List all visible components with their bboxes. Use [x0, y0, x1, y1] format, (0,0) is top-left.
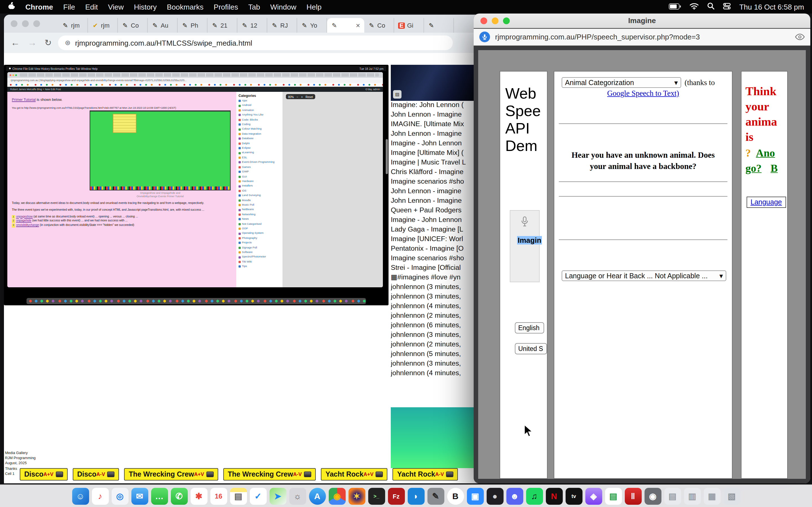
song-item[interactable]: John Lennon - Imagine	[391, 196, 476, 206]
dock-icon[interactable]: ♫	[526, 488, 543, 504]
dock-icon[interactable]: ▥	[684, 488, 701, 504]
category-item[interactable]: Games	[239, 165, 280, 170]
scrollbar-thumb[interactable]	[386, 139, 388, 174]
another-go-link[interactable]: Ano	[756, 147, 775, 159]
eye-icon[interactable]	[795, 33, 805, 41]
browser-tab[interactable]: ✎ rjm	[58, 18, 88, 33]
dock-icon[interactable]: ✎	[427, 488, 444, 504]
browser-tab[interactable]: ✎ Ph	[177, 18, 207, 33]
menu-item[interactable]: Profiles	[214, 3, 238, 11]
tab-close-icon[interactable]: ✕	[356, 22, 360, 29]
category-item[interactable]: Installers	[239, 184, 280, 189]
dock-icon[interactable]: ☼	[289, 488, 306, 504]
dock-icon[interactable]: N	[546, 488, 562, 504]
menu-item[interactable]: Window	[270, 3, 297, 11]
category-item[interactable]: Animation	[239, 108, 280, 113]
dock-icon[interactable]: ●	[486, 488, 503, 504]
song-item[interactable]: johnlennon (2 minutes,	[391, 340, 476, 349]
song-item[interactable]: johnlennon (3 minutes,	[391, 330, 476, 340]
zoom-out-button[interactable]: −	[297, 95, 298, 98]
country-button[interactable]: United S	[515, 343, 547, 354]
song-item[interactable]: Imagine | Music Travel L	[391, 158, 476, 167]
browser-tab[interactable]: ✔ rjm	[88, 18, 118, 33]
media-gallery-button[interactable]: Yacht RockA-V	[393, 468, 458, 481]
category-item[interactable]: Networking	[239, 212, 280, 217]
category-item[interactable]: ESL	[239, 156, 280, 160]
category-item[interactable]: Coding	[239, 122, 280, 127]
song-item[interactable]: Queen + Paul Rodgers	[391, 206, 476, 215]
dock-icon[interactable]: ✓	[250, 488, 266, 504]
google-speech-link[interactable]: Google Speech to Text)	[607, 89, 679, 98]
menu-item[interactable]: Bookmarks	[167, 3, 204, 11]
language-button[interactable]: Language	[747, 196, 786, 208]
search-icon[interactable]	[707, 2, 714, 11]
song-item[interactable]: johnlennon (2 minutes,	[391, 311, 476, 321]
dock-icon[interactable]: ✆	[170, 488, 188, 504]
dock-icon[interactable]: ▤	[664, 488, 681, 504]
dock-icon[interactable]: ‖	[624, 488, 642, 504]
event-link[interactable]: onpageshow	[16, 214, 33, 218]
song-item[interactable]: John Lennon - Imagine	[391, 110, 476, 119]
address-bar[interactable]: ⊛ rjmprogramming.com.au/HTMLCSS/swipe_me…	[58, 36, 453, 50]
dock-icon[interactable]: ◉	[644, 488, 661, 504]
control-center-icon[interactable]	[723, 3, 731, 11]
media-gallery-button[interactable]: DiscoA+V	[20, 468, 68, 481]
zoom-button[interactable]	[33, 20, 40, 27]
zoom-reset-button[interactable]: Reset	[306, 95, 313, 98]
song-item[interactable]: johnlennon (5 minutes,	[391, 349, 476, 359]
song-item[interactable]: John Lennon - Imagine	[391, 129, 476, 138]
song-item[interactable]: Imagine - John Lennon	[391, 215, 476, 225]
menu-clock[interactable]: Thu 16 Oct 6:58 pm	[739, 3, 804, 11]
media-gallery-button[interactable]: The Wrecking CrewA+V	[124, 468, 218, 481]
back-link[interactable]: B	[770, 162, 777, 174]
song-item[interactable]: Chris Kläfford - Imagine	[391, 167, 476, 177]
dock-icon[interactable]: ◎	[111, 488, 128, 504]
category-item[interactable]: Code: Blocks	[239, 117, 280, 122]
dock-icon[interactable]: ◉	[328, 488, 345, 504]
mic-icon[interactable]	[479, 32, 490, 42]
event-link[interactable]: onpagehide	[16, 219, 31, 222]
category-item[interactable]: NetBeans	[239, 208, 280, 212]
speech-box[interactable]	[510, 210, 540, 282]
browser-tab[interactable]: ✎ Co	[118, 18, 148, 33]
song-item[interactable]: johnlennon (6 minutes,	[391, 321, 476, 330]
category-item[interactable]: Land Surveying	[239, 193, 280, 198]
dock-icon[interactable]: …	[151, 488, 168, 504]
category-item[interactable]: eLearning	[239, 151, 280, 156]
media-gallery-button[interactable]: Yacht RockA+V	[321, 468, 388, 481]
forward-icon[interactable]: →	[28, 38, 37, 48]
browser-tab[interactable]: ✎ Yo	[297, 18, 327, 33]
category-item[interactable]: Photography	[239, 236, 280, 241]
song-item[interactable]: Strei - Imagine [Official	[391, 263, 476, 273]
dock-icon[interactable]: ▤	[230, 488, 247, 504]
embedded-screenshot[interactable]: Chrome File Edit View History Bookmarks …	[4, 65, 389, 305]
dock-icon[interactable]: ◗	[407, 488, 424, 504]
media-gallery-button[interactable]: DiscoA-V	[73, 468, 119, 481]
dock-icon[interactable]: ▣	[467, 488, 484, 504]
wifi-icon[interactable]	[690, 3, 699, 11]
category-item[interactable]: Tiki Wiki	[239, 260, 280, 265]
zoom-overlay[interactable]: 80% − + Reset	[286, 94, 315, 99]
category-select[interactable]: Animal Categorization ▾	[562, 77, 681, 88]
category-item[interactable]: Android	[239, 103, 280, 108]
category-item[interactable]: Ajax	[239, 99, 280, 103]
app-menu-title[interactable]: Chrome	[26, 3, 53, 11]
browser-tab-active[interactable]: ✎ ✕	[327, 18, 364, 33]
menu-item[interactable]: Edit	[85, 3, 98, 11]
category-item[interactable]: Anything You Like	[239, 113, 280, 117]
browser-tab[interactable]: ✎ Au	[148, 18, 177, 33]
language-select[interactable]: Language or Hear it Back ... Not Applica…	[562, 270, 726, 281]
category-item[interactable]: Operating System	[239, 231, 280, 236]
dock-icon[interactable]: B	[447, 488, 464, 504]
browser-tab[interactable]: ✎ 21	[207, 18, 238, 33]
category-item[interactable]: Event-Driven Programming	[239, 160, 280, 165]
song-item[interactable]: ▦#imagines #love #yn	[391, 273, 476, 282]
close-button[interactable]	[11, 20, 17, 27]
browser-tab[interactable]: ✎ 12	[238, 18, 267, 33]
media-gradient-panel[interactable]	[391, 407, 474, 468]
category-item[interactable]: Software	[239, 250, 280, 255]
dock-icon[interactable]: ✶	[348, 488, 365, 504]
menu-item[interactable]: History	[134, 3, 157, 11]
category-item[interactable]: News	[239, 217, 280, 222]
song-item[interactable]: johnlennon (4 minutes,	[391, 369, 476, 378]
